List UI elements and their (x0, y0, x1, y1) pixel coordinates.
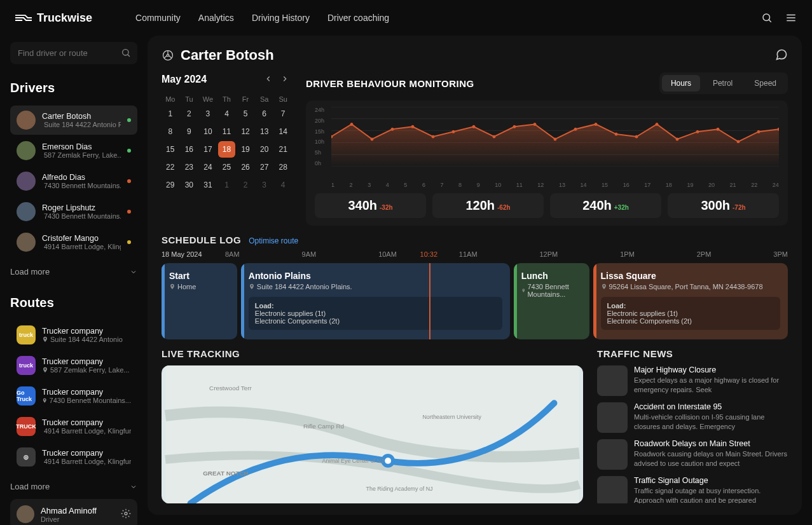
schedule-block[interactable]: StartHome (162, 263, 237, 339)
monitor-tabs: HoursPetrolSpeed (659, 72, 788, 94)
calendar-day[interactable]: 16 (181, 141, 198, 158)
calendar-day[interactable]: 20 (256, 141, 273, 158)
news-item[interactable]: Major Highway ClosureExpect delays as a … (597, 365, 788, 396)
search-icon[interactable] (121, 48, 131, 60)
driver-item[interactable]: Cristofer Mango4914 Barrett Lodge, Kling… (10, 228, 137, 257)
calendar-day[interactable]: 1 (162, 106, 179, 122)
hour-label: 3PM (773, 250, 788, 258)
calendar-day[interactable]: 5 (237, 106, 254, 122)
calendar-day[interactable]: 22 (162, 159, 179, 175)
calendar-day[interactable]: 24 (199, 159, 217, 175)
calendar-day[interactable]: 13 (256, 123, 273, 140)
svg-point-4 (167, 54, 169, 56)
nav-community[interactable]: Community (135, 13, 181, 23)
schedule-panel: SCHEDULE LOG Optimise route 18 May 2024 … (162, 235, 788, 339)
calendar-day[interactable]: 11 (218, 123, 236, 140)
svg-point-36 (385, 458, 391, 464)
calendar-day[interactable]: 17 (199, 141, 217, 158)
news-description: Traffic signal outage at busy intersecti… (634, 486, 788, 503)
route-item[interactable]: truckTrucker company587 Zemlak Ferry, La… (10, 351, 137, 380)
load-more-routes[interactable]: Load more (10, 482, 137, 491)
calendar-prev[interactable] (261, 72, 275, 86)
calendar-day[interactable]: 30 (181, 177, 198, 193)
calendar-day[interactable]: 2 (181, 106, 198, 122)
driver-item[interactable]: Carter BotoshSuite 184 4422 Antonio Plai… (10, 106, 137, 135)
calendar-day[interactable]: 26 (237, 159, 254, 175)
schedule-block[interactable]: Antonio PlainsSuite 184 4422 Antonio Pla… (241, 263, 510, 339)
calendar-day[interactable]: 4 (218, 106, 236, 122)
drivers-heading: Drivers (10, 81, 137, 95)
news-item[interactable]: Accident on Interstate 95Multi-vehicle c… (597, 402, 788, 433)
gear-icon[interactable] (121, 508, 131, 521)
calendar-day[interactable]: 15 (162, 141, 179, 158)
schedule-block[interactable]: Lunch7430 Bennett Mountains... (514, 263, 589, 339)
calendar-day[interactable]: 19 (237, 141, 254, 158)
topbar: Truckwise CommunityAnalyticsDriving Hist… (0, 0, 812, 36)
calendar-day[interactable]: 28 (274, 159, 292, 175)
profile-card[interactable]: Ahmad Aminoff Driver (10, 499, 137, 525)
company-logo: ◎ (17, 447, 36, 467)
route-name: Trucker company (42, 327, 131, 336)
row-calendar-monitor: May 2024 MoTuWeThFrSaSu 1234567891011121… (162, 72, 788, 226)
chat-icon[interactable] (775, 48, 788, 63)
calendar-day[interactable]: 9 (181, 123, 198, 140)
calendar-day[interactable]: 3 (256, 177, 273, 193)
nav-driver-coaching[interactable]: Driver coaching (327, 13, 389, 23)
calendar-next[interactable] (278, 72, 292, 86)
route-item[interactable]: truckTrucker companySuite 184 4422 Anton… (10, 320, 137, 350)
news-item[interactable]: Roadwork Delays on Main StreetRoadwork c… (597, 439, 788, 470)
calendar-day[interactable]: 23 (181, 159, 198, 175)
chevron-left-icon (264, 74, 273, 83)
route-item[interactable]: TRUCKTrucker company4914 Barrett Lodge, … (10, 412, 137, 441)
stat-card: 120h-62h (432, 193, 544, 218)
calendar-day[interactable]: 14 (274, 123, 292, 140)
route-name: Trucker company (42, 388, 131, 397)
dow: Mo (162, 93, 179, 106)
route-item[interactable]: ◎Trucker company4914 Barrett Lodge, Klin… (10, 442, 137, 472)
calendar-day[interactable]: 4 (274, 177, 292, 193)
schedule-title: SCHEDULE LOG (162, 235, 241, 245)
calendar-day[interactable]: 25 (218, 159, 236, 175)
driver-item[interactable]: Alfredo Dias7430 Bennett Mountains... (10, 167, 137, 196)
calendar-day[interactable]: 27 (256, 159, 273, 175)
dow: Fr (237, 93, 254, 106)
map[interactable]: Crestwood Terr Rifle Camp Rd GREAT NOTCH… (162, 365, 583, 503)
calendar-day[interactable]: 7 (274, 106, 292, 122)
svg-point-13 (371, 137, 374, 140)
search-input[interactable] (10, 42, 137, 64)
calendar-day[interactable]: 29 (162, 177, 179, 193)
calendar-day[interactable]: 6 (256, 106, 273, 122)
calendar-day[interactable]: 3 (199, 106, 217, 122)
calendar-day[interactable]: 8 (162, 123, 179, 140)
tab-petrol[interactable]: Petrol (704, 75, 741, 92)
calendar-day[interactable]: 1 (218, 177, 236, 193)
driver-item[interactable]: Roger Lipshutz7430 Bennett Mountains... (10, 197, 137, 226)
monitor-title: DRIVER BEHAVIOUR MONITORING (306, 78, 474, 89)
logo[interactable]: Truckwise (15, 11, 92, 25)
tab-speed[interactable]: Speed (745, 75, 785, 92)
calendar-day[interactable]: 31 (199, 177, 217, 193)
news-image (597, 365, 628, 396)
tab-hours[interactable]: Hours (662, 75, 700, 92)
optimise-route-link[interactable]: Optimise route (249, 236, 298, 245)
svg-point-2 (125, 512, 127, 515)
svg-point-12 (350, 123, 354, 126)
search-icon[interactable] (761, 12, 773, 24)
nav-driving-history[interactable]: Driving History (252, 13, 310, 23)
news-image (597, 476, 628, 503)
schedule-block[interactable]: Lissa Square95264 Lissa Square, Port Tan… (593, 263, 788, 339)
calendar-day[interactable]: 21 (274, 141, 292, 158)
stat-card: 300h-72h (668, 193, 779, 218)
nav-analytics[interactable]: Analytics (198, 13, 234, 23)
load-more-drivers[interactable]: Load more (10, 267, 137, 276)
menu-icon[interactable] (785, 12, 797, 24)
calendar-day[interactable]: 12 (237, 123, 254, 140)
news-item[interactable]: Traffic Signal OutageTraffic signal outa… (597, 476, 788, 503)
calendar-day[interactable]: 18 (218, 141, 236, 158)
calendar-day[interactable]: 10 (199, 123, 217, 140)
calendar-day[interactable]: 2 (237, 177, 254, 193)
route-item[interactable]: Go TruckTrucker company7430 Bennett Moun… (10, 381, 137, 411)
driver-item[interactable]: Emerson Dias587 Zemlak Ferry, Lake... (10, 136, 137, 165)
main-panel: Carter Botosh May 2024 MoTuWeThFrSaSu 12… (148, 36, 802, 515)
driver-location: 7430 Bennett Mountains... (42, 212, 121, 220)
